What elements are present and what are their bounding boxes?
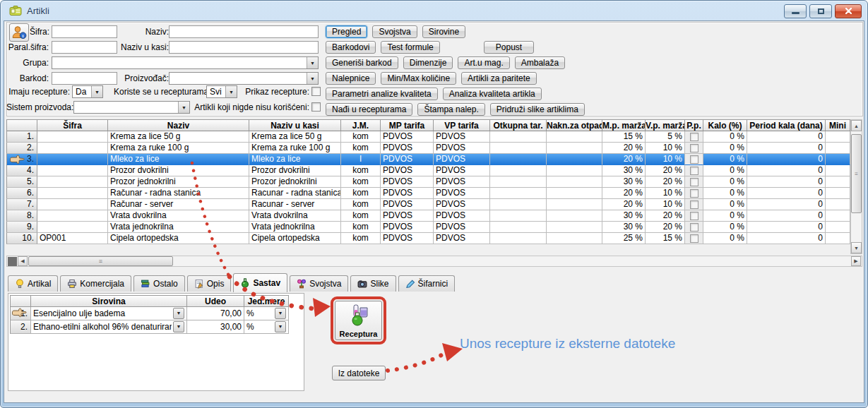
minimize-button[interactable]: [784, 4, 807, 18]
tab-ostalo[interactable]: Ostalo: [133, 275, 185, 292]
generi-i-barkod-button[interactable]: Generiši barkod: [326, 56, 398, 69]
vertical-scrollbar[interactable]: ▲ ≡ ▼: [850, 119, 862, 254]
sistem-proizvoda-combo[interactable]: ▼: [73, 101, 190, 114]
column-header-kalo[interactable]: Kalo (%): [703, 119, 747, 131]
koriste-combo[interactable]: Svi▼: [206, 85, 237, 98]
svojstva-button[interactable]: Svojstva: [372, 25, 417, 38]
sirovine-button[interactable]: Sirovine: [422, 25, 465, 38]
column-header-j-m[interactable]: J.M.: [341, 119, 381, 131]
table-row[interactable]: 9.Vrata jednokrilnaVrata jednokrilnakomP…: [6, 222, 850, 233]
imaju-recepture-combo[interactable]: Da▼: [72, 85, 103, 98]
sirovine-header-jed-mere[interactable]: Jed.mere: [244, 295, 289, 307]
table-row[interactable]: 5.Prozor jednokrilniProzor jednokrilniko…: [6, 176, 850, 188]
column-header-period-kala-dana[interactable]: Period kala (dana): [747, 119, 826, 131]
udeo-cell[interactable]: 30,00: [187, 320, 244, 334]
pp-checkbox[interactable]: [690, 223, 698, 232]
column-header-otkupna-tar[interactable]: Otkupna tar.: [490, 119, 547, 131]
column-header-ifra[interactable]: Šifra: [37, 119, 108, 131]
tampa-nalep-button[interactable]: Štampa nalep.: [417, 103, 484, 116]
grupa-combo[interactable]: ▼: [52, 56, 319, 69]
pp-checkbox[interactable]: [690, 178, 698, 186]
chevron-down-icon[interactable]: ▼: [307, 57, 318, 68]
chevron-down-icon[interactable]: ▼: [275, 308, 286, 319]
jedinica-cell[interactable]: %▼: [244, 320, 289, 334]
close-button[interactable]: [835, 4, 862, 18]
scroll-down-button[interactable]: ▼: [851, 242, 862, 253]
chevron-down-icon[interactable]: ▼: [91, 86, 102, 97]
list-item[interactable]: 1.Esencijalno ulje badema▼70,00%▼: [10, 307, 289, 320]
popust-button[interactable]: Popust: [484, 41, 534, 54]
sifra-field[interactable]: [52, 25, 117, 38]
column-header-p-p[interactable]: P.p.: [685, 119, 703, 131]
table-row[interactable]: 4.Prozor dvokrilniProzor dvokrilnikomPDV…: [6, 165, 850, 176]
vertical-scroll-thumb[interactable]: ≡: [851, 134, 862, 213]
parametri-analize-kvaliteta-button[interactable]: Parametri analize kvaliteta: [326, 88, 438, 100]
nalepnice-button[interactable]: Nalepnice: [326, 72, 376, 85]
pridru-i-slike-artiklima-button[interactable]: Pridruži slike artiklima: [490, 103, 585, 116]
tab-komercijala[interactable]: Komercijala: [60, 275, 131, 292]
tab-ifarnici[interactable]: Šifarnici: [398, 275, 456, 292]
sirovine-header-udeo[interactable]: Udeo: [187, 295, 244, 307]
chevron-down-icon[interactable]: ▼: [225, 86, 237, 97]
row-number-cell[interactable]: 6.: [6, 188, 37, 199]
pp-checkbox[interactable]: [690, 189, 698, 198]
tab-slike[interactable]: Slike: [350, 275, 396, 292]
naziv-field[interactable]: [169, 25, 319, 38]
iz-datoteke-button[interactable]: Iz datoteke: [332, 366, 386, 380]
column-header-vp-tarifa[interactable]: VP tarifa: [434, 119, 490, 131]
chevron-down-icon[interactable]: ▼: [307, 73, 318, 84]
artikli-za-paritete-button[interactable]: Artikli za paritete: [461, 72, 537, 85]
prikaz-recepture-checkbox[interactable]: [311, 87, 321, 96]
table-row[interactable]: 7.Računar - serverRacunar - serverkomPDV…: [6, 199, 850, 210]
scroll-left-button[interactable]: ◀: [18, 256, 28, 266]
table-row[interactable]: 6.Računar - radna stanicaRacunar - radna…: [6, 188, 850, 199]
pp-checkbox[interactable]: [690, 234, 698, 243]
list-item[interactable]: 2.Ethano-etilni alkohol 96% denaturirani…: [10, 320, 289, 334]
pp-checkbox[interactable]: [690, 167, 698, 175]
tab-svojstva[interactable]: Svojstva: [290, 275, 348, 292]
chevron-down-icon[interactable]: ▼: [275, 321, 286, 332]
pp-checkbox[interactable]: [690, 155, 698, 164]
column-header-v-p-mar-a[interactable]: V.p. marža: [646, 119, 685, 131]
scroll-up-button[interactable]: ▲: [851, 120, 862, 131]
pp-checkbox[interactable]: [690, 133, 698, 141]
column-header-m-p-mar-a[interactable]: M.p. marža: [602, 119, 646, 131]
na-i-u-recepturama-button[interactable]: Nađi u recepturama: [326, 103, 412, 116]
sirovine-rownum-header[interactable]: [10, 295, 31, 307]
receptura-button[interactable]: Receptura: [335, 301, 382, 340]
column-header-nakn-za-otpad[interactable]: Nakn.za otpad: [547, 119, 602, 131]
analiza-kvaliteta-artikla-button[interactable]: Analiza kvaliteta artikla: [443, 88, 542, 100]
sirovine-header-sirovina[interactable]: Sirovina: [31, 295, 187, 307]
art-u-mag-button[interactable]: Art.u mag.: [458, 56, 509, 69]
column-header-mini[interactable]: Mini: [826, 119, 850, 131]
nigde-checkbox[interactable]: [311, 102, 321, 112]
sirovina-name-cell[interactable]: Esencijalno ulje badema▼: [31, 307, 187, 320]
table-row[interactable]: 8.Vrata dvokrilnaVrata dvokrilnakomPDVOS…: [6, 210, 850, 222]
ambala-a-button[interactable]: Ambalaža: [515, 56, 565, 69]
restore-button[interactable]: [809, 4, 832, 18]
row-number-cell[interactable]: 5.: [6, 176, 37, 188]
row-number-cell[interactable]: 10.: [6, 233, 37, 244]
horizontal-scroll-thumb[interactable]: ≡: [28, 256, 173, 266]
table-row[interactable]: 1.Krema za lice 50 gKrema za lice 50 gko…: [6, 131, 850, 143]
proizvodjac-combo[interactable]: ▼: [169, 72, 319, 85]
article-info-button[interactable]: i: [9, 23, 29, 42]
table-row[interactable]: 10.OP001Cipela ortopedskaCipela ortopeds…: [6, 233, 850, 244]
row-number-header[interactable]: [6, 119, 37, 131]
scroll-right-button[interactable]: ▶: [851, 256, 861, 266]
tab-opis[interactable]: Opis: [187, 275, 232, 292]
row-number-cell[interactable]: 3.: [6, 154, 37, 165]
pp-checkbox[interactable]: [690, 212, 698, 220]
chevron-down-icon[interactable]: ▼: [173, 321, 184, 332]
row-number-cell[interactable]: 4.: [6, 165, 37, 176]
row-number-cell[interactable]: 2.: [6, 143, 37, 154]
table-row[interactable]: 2.Krema za ruke 100 gKrema za ruke 100 g…: [6, 143, 850, 154]
barkodovi-button[interactable]: Barkodovi: [326, 41, 376, 54]
pregled-button[interactable]: Pregled: [326, 25, 367, 38]
pp-checkbox[interactable]: [690, 144, 698, 152]
sirovina-name-cell[interactable]: Ethano-etilni alkohol 96% denaturirani▼: [31, 320, 187, 334]
column-header-mp-tarifa[interactable]: MP tarifa: [381, 119, 434, 131]
tab-artikal[interactable]: Artikal: [8, 275, 58, 292]
pp-checkbox[interactable]: [690, 200, 698, 209]
column-header-naziv-u-kasi[interactable]: Naziv u kasi: [249, 119, 341, 131]
